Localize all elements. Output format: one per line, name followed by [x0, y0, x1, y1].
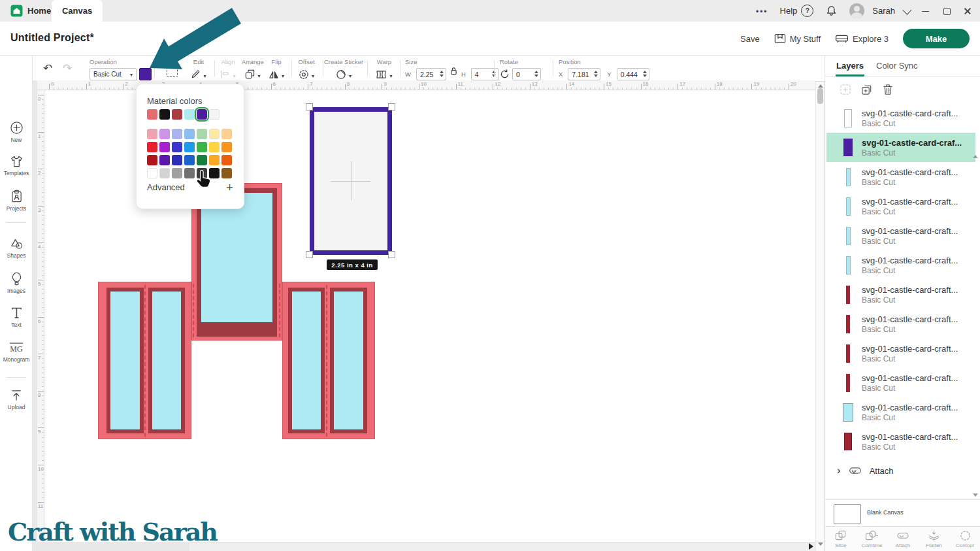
size-lock-icon[interactable] [450, 67, 457, 75]
palette-color-swatch[interactable] [172, 142, 182, 152]
panel-scroll-down-icon[interactable] [973, 493, 978, 497]
palette-color-swatch[interactable] [147, 155, 157, 165]
sidebar-item-upload[interactable]: Upload [0, 389, 33, 410]
palette-color-swatch[interactable] [197, 129, 207, 139]
y-position-input[interactable]: 0.444 [617, 68, 649, 80]
selection-handle[interactable] [306, 251, 313, 258]
operation-color-swatch[interactable] [139, 68, 152, 80]
scroll-up-icon[interactable] [818, 84, 823, 88]
redo-button[interactable] [63, 63, 72, 74]
palette-color-swatch[interactable] [221, 129, 232, 139]
sidebar-item-shapes[interactable]: Shapes [0, 237, 33, 259]
panel-scroll-up-icon[interactable] [973, 155, 978, 158]
y-stepper[interactable] [643, 71, 647, 77]
user-name[interactable]: Sarah [872, 6, 895, 16]
flatten-button[interactable]: Flatten [919, 527, 950, 551]
sidebar-item-projects[interactable]: Projects [0, 190, 33, 212]
sidebar-item-new[interactable]: New [0, 121, 33, 143]
tab-layers[interactable]: Layers [836, 61, 864, 71]
attach-group-row[interactable]: Attach [826, 456, 980, 485]
palette-color-swatch[interactable] [209, 129, 220, 139]
layer-row[interactable]: svg-01-castle-card-craft...Basic Cut [826, 192, 975, 221]
palette-color-swatch[interactable] [197, 142, 207, 152]
vertical-scrollbar-thumb[interactable] [817, 88, 823, 104]
layer-row[interactable]: svg-01-castle-card-craft...Basic Cut [826, 280, 975, 309]
palette-color-swatch[interactable] [197, 155, 207, 165]
palette-color-swatch[interactable] [209, 142, 220, 152]
sidebar-item-images[interactable]: Images [0, 272, 33, 294]
palette-color-swatch[interactable] [221, 168, 232, 178]
sidebar-item-text[interactable]: Text [0, 307, 33, 328]
width-input[interactable]: 2.25 [416, 68, 446, 80]
vertical-scrollbar[interactable] [815, 82, 825, 551]
advanced-link[interactable]: Advanced [147, 182, 185, 192]
sidebar-item-monogram[interactable]: MG Monogram [0, 341, 33, 363]
material-color-swatch[interactable] [209, 109, 220, 120]
material-color-swatch[interactable] [159, 109, 170, 120]
selection-handle[interactable] [306, 103, 313, 110]
canvas-tab[interactable]: Canvas [52, 0, 103, 22]
user-avatar[interactable] [849, 3, 864, 18]
layer-row[interactable]: svg-01-castle-card-craft...Basic Cut [826, 221, 975, 250]
horizontal-scrollbar[interactable] [189, 542, 815, 551]
layer-row[interactable]: svg-01-castle-card-craft...Basic Cut [826, 309, 975, 339]
material-color-swatch[interactable] [184, 109, 195, 120]
palette-color-swatch[interactable] [147, 129, 157, 139]
material-color-swatch[interactable] [147, 109, 157, 120]
palette-color-swatch[interactable] [209, 155, 220, 165]
save-button[interactable]: Save [740, 34, 760, 44]
blank-canvas-row[interactable]: Blank Canvas [825, 499, 980, 526]
combine-button[interactable]: Combine [857, 527, 888, 551]
overflow-menu-icon[interactable] [756, 5, 768, 17]
scroll-down-icon[interactable] [818, 543, 823, 546]
layer-row[interactable]: svg-01-castle-card-craft...Basic Cut [826, 162, 975, 192]
material-color-swatch[interactable] [172, 109, 182, 120]
expand-chevron-icon[interactable] [837, 465, 841, 476]
layer-row[interactable]: svg-01-castle-card-craft...Basic Cut [826, 250, 975, 280]
palette-color-swatch[interactable] [184, 168, 195, 178]
palette-color-swatch[interactable] [221, 142, 232, 152]
user-menu-chevron-icon[interactable] [902, 5, 911, 14]
castle-right-wing-piece[interactable] [282, 282, 375, 439]
window-minimize-button[interactable] [921, 7, 930, 16]
palette-color-swatch[interactable] [147, 142, 157, 152]
select-all-icon[interactable] [167, 66, 178, 77]
rotate-stepper[interactable] [534, 71, 538, 77]
layer-row[interactable]: svg-01-castle-card-craf...Basic Cut [826, 133, 975, 162]
delete-trash-icon[interactable] [883, 84, 893, 95]
palette-color-swatch[interactable] [159, 129, 170, 139]
width-stepper[interactable] [440, 71, 444, 77]
attach-button[interactable]: Attach [887, 527, 919, 551]
selection-handle[interactable] [388, 103, 395, 110]
sidebar-item-templates[interactable]: Templates [0, 155, 33, 176]
edit-group[interactable]: Edit [187, 58, 210, 80]
palette-color-swatch[interactable] [184, 155, 195, 165]
operation-select[interactable]: Basic Cut [90, 68, 137, 80]
palette-color-swatch[interactable] [172, 168, 182, 178]
layer-row[interactable]: svg-01-castle-card-craft...Basic Cut [826, 368, 975, 397]
x-position-input[interactable]: 7.181 [568, 68, 600, 80]
selection-handle[interactable] [388, 251, 395, 258]
layer-row[interactable]: svg-01-castle-card-craft...Basic Cut [826, 339, 975, 368]
warp-group[interactable]: Warp [371, 58, 397, 80]
rotate-icon[interactable] [500, 69, 510, 79]
contour-button[interactable]: Contour [949, 527, 980, 551]
palette-color-swatch[interactable] [172, 129, 182, 139]
explore-machine-button[interactable]: Explore 3 [835, 33, 889, 44]
palette-color-swatch[interactable] [159, 168, 170, 178]
layer-row[interactable]: svg-01-castle-card-craft...Basic Cut [826, 427, 975, 456]
window-close-button[interactable] [963, 7, 972, 16]
flip-group[interactable]: Flip [265, 58, 287, 80]
make-button[interactable]: Make [903, 29, 970, 48]
duplicate-icon[interactable] [861, 84, 873, 95]
add-custom-color-icon[interactable]: + [226, 181, 233, 193]
palette-color-swatch[interactable] [147, 168, 157, 178]
castle-left-wing-piece[interactable] [98, 282, 191, 439]
create-sticker-group[interactable]: Create Sticker [323, 58, 365, 80]
palette-color-swatch[interactable] [172, 155, 182, 165]
rotate-input[interactable]: 0 [512, 68, 541, 80]
palette-color-swatch[interactable] [184, 129, 195, 139]
slice-button[interactable]: Slice [825, 527, 857, 551]
arrange-group[interactable]: Arrange [239, 58, 267, 80]
palette-color-swatch[interactable] [159, 155, 170, 165]
